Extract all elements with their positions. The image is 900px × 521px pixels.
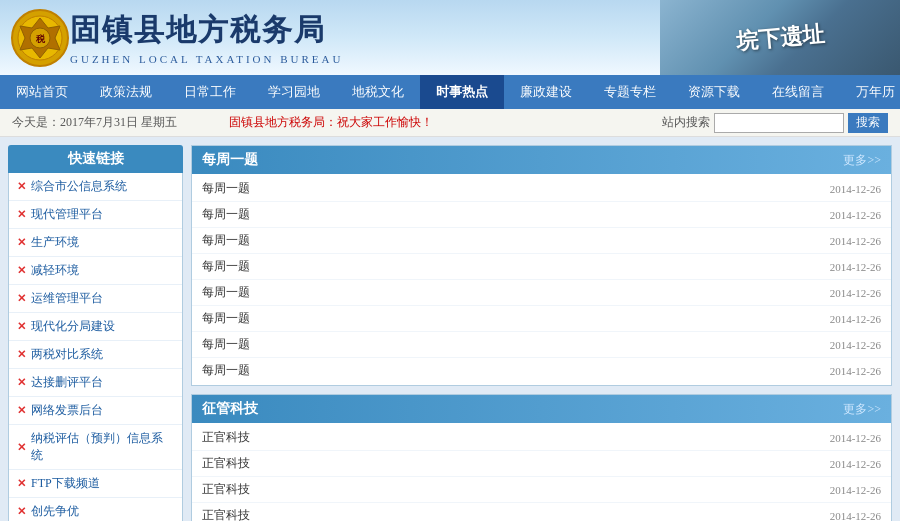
news-item-title[interactable]: 正官科技 (202, 455, 820, 472)
sidebar-item-label: FTP下载频道 (31, 475, 100, 492)
section-every-week: 每周一题更多>>每周一题2014-12-26每周一题2014-12-26每周一题… (191, 145, 892, 386)
main-content: 快速链接 ✕综合市公信息系统✕现代管理平台✕生产环境✕减轻环境✕运维管理平台✕现… (0, 137, 900, 521)
news-item-title[interactable]: 每周一题 (202, 258, 820, 275)
news-item: 每周一题2014-12-26 (192, 176, 891, 202)
sidebar-item[interactable]: ✕纳税评估（预判）信息系统 (9, 425, 182, 470)
sidebar-item-label: 生产环境 (31, 234, 79, 251)
news-item: 正官科技2014-12-26 (192, 477, 891, 503)
date-display: 今天是：2017年7月31日 星期五 (12, 114, 229, 131)
nav-item-home[interactable]: 网站首页 (0, 75, 84, 109)
nav-item-calendar[interactable]: 万年历 (840, 75, 900, 109)
nav-item-policy[interactable]: 政策法规 (84, 75, 168, 109)
nav-item-integrity[interactable]: 廉政建设 (504, 75, 588, 109)
news-item: 每周一题2014-12-26 (192, 332, 891, 358)
news-item: 正官科技2014-12-26 (192, 503, 891, 521)
news-item-title[interactable]: 正官科技 (202, 481, 820, 498)
news-item-title[interactable]: 每周一题 (202, 232, 820, 249)
sidebar-item[interactable]: ✕综合市公信息系统 (9, 173, 182, 201)
sidebar-item[interactable]: ✕创先争优 (9, 498, 182, 521)
x-icon: ✕ (17, 477, 26, 490)
news-item: 每周一题2014-12-26 (192, 306, 891, 332)
sidebar-item[interactable]: ✕达接删评平台 (9, 369, 182, 397)
news-item-title[interactable]: 每周一题 (202, 284, 820, 301)
sidebar-item-label: 运维管理平台 (31, 290, 103, 307)
news-item-title[interactable]: 正官科技 (202, 429, 820, 446)
nav-item-news[interactable]: 时事热点 (420, 75, 504, 109)
news-item-date: 2014-12-26 (830, 209, 881, 221)
header-banner-text: 垸下遗址 (735, 19, 825, 57)
news-item-title[interactable]: 每周一题 (202, 362, 820, 379)
news-item-date: 2014-12-26 (830, 458, 881, 470)
news-item-date: 2014-12-26 (830, 510, 881, 522)
section-title: 每周一题 (202, 151, 258, 169)
nav-item-daily[interactable]: 日常工作 (168, 75, 252, 109)
sidebar-item-label: 减轻环境 (31, 262, 79, 279)
nav-item-study[interactable]: 学习园地 (252, 75, 336, 109)
sidebar-item[interactable]: ✕生产环境 (9, 229, 182, 257)
sidebar-item-label: 达接删评平台 (31, 374, 103, 391)
logo-icon: 税 (10, 8, 70, 68)
nav-item-culture[interactable]: 地税文化 (336, 75, 420, 109)
nav-item-special[interactable]: 专题专栏 (588, 75, 672, 109)
news-item-title[interactable]: 每周一题 (202, 336, 820, 353)
sidebar-item-label: 综合市公信息系统 (31, 178, 127, 195)
x-icon: ✕ (17, 441, 26, 454)
section-more-link[interactable]: 更多>> (843, 401, 881, 418)
header-banner: 垸下遗址 (660, 0, 900, 75)
news-item-date: 2014-12-26 (830, 484, 881, 496)
search-button[interactable]: 搜索 (848, 113, 888, 133)
sidebar-item-label: 纳税评估（预判）信息系统 (31, 430, 174, 464)
sidebar-item[interactable]: ✕网络发票后台 (9, 397, 182, 425)
sidebar: 快速链接 ✕综合市公信息系统✕现代管理平台✕生产环境✕减轻环境✕运维管理平台✕现… (8, 145, 183, 521)
news-item-date: 2014-12-26 (830, 365, 881, 377)
main-nav: 网站首页 政策法规 日常工作 学习园地 地税文化 时事热点 廉政建设 专题专栏 … (0, 75, 900, 109)
news-item-date: 2014-12-26 (830, 287, 881, 299)
section-tech: 征管科技更多>>正官科技2014-12-26正官科技2014-12-26正官科技… (191, 394, 892, 521)
notice-text: 固镇县地方税务局：祝大家工作愉快！ (229, 114, 662, 131)
sidebar-item-label: 网络发票后台 (31, 402, 103, 419)
sidebar-item[interactable]: ✕减轻环境 (9, 257, 182, 285)
news-list: 每周一题2014-12-26每周一题2014-12-26每周一题2014-12-… (192, 174, 891, 385)
news-item-title[interactable]: 正官科技 (202, 507, 820, 521)
nav-item-message[interactable]: 在线留言 (756, 75, 840, 109)
x-icon: ✕ (17, 404, 26, 417)
x-icon: ✕ (17, 180, 26, 193)
news-item: 正官科技2014-12-26 (192, 451, 891, 477)
news-item: 每周一题2014-12-26 (192, 228, 891, 254)
x-icon: ✕ (17, 264, 26, 277)
sidebar-item[interactable]: ✕运维管理平台 (9, 285, 182, 313)
content-area: 每周一题更多>>每周一题2014-12-26每周一题2014-12-26每周一题… (191, 145, 892, 521)
news-item-date: 2014-12-26 (830, 261, 881, 273)
header-title-cn: 固镇县地方税务局 (70, 10, 343, 51)
news-item-date: 2014-12-26 (830, 339, 881, 351)
sidebar-item[interactable]: ✕FTP下载频道 (9, 470, 182, 498)
sidebar-item[interactable]: ✕现代化分局建设 (9, 313, 182, 341)
sidebar-item-label: 两税对比系统 (31, 346, 103, 363)
search-input[interactable] (714, 113, 844, 133)
news-item-title[interactable]: 每周一题 (202, 180, 820, 197)
sidebar-item[interactable]: ✕现代管理平台 (9, 201, 182, 229)
x-icon: ✕ (17, 292, 26, 305)
search-label: 站内搜索 (662, 114, 710, 131)
news-item: 正官科技2014-12-26 (192, 425, 891, 451)
news-item-date: 2014-12-26 (830, 183, 881, 195)
news-item: 每周一题2014-12-26 (192, 254, 891, 280)
header: 税 固镇县地方税务局 GUZHEN LOCAL TAXATION BUREAU … (0, 0, 900, 75)
x-icon: ✕ (17, 376, 26, 389)
news-list: 正官科技2014-12-26正官科技2014-12-26正官科技2014-12-… (192, 423, 891, 521)
svg-text:税: 税 (35, 34, 46, 44)
sidebar-item[interactable]: ✕两税对比系统 (9, 341, 182, 369)
news-item-title[interactable]: 每周一题 (202, 310, 820, 327)
nav-item-download[interactable]: 资源下载 (672, 75, 756, 109)
search-area: 站内搜索 搜索 (662, 113, 888, 133)
news-item: 每周一题2014-12-26 (192, 202, 891, 228)
header-title-en: GUZHEN LOCAL TAXATION BUREAU (70, 53, 343, 65)
section-header-tech: 征管科技更多>> (192, 395, 891, 423)
news-item: 每周一题2014-12-26 (192, 280, 891, 306)
sidebar-item-label: 现代管理平台 (31, 206, 103, 223)
x-icon: ✕ (17, 505, 26, 518)
section-more-link[interactable]: 更多>> (843, 152, 881, 169)
x-icon: ✕ (17, 348, 26, 361)
news-item-title[interactable]: 每周一题 (202, 206, 820, 223)
news-item-date: 2014-12-26 (830, 235, 881, 247)
